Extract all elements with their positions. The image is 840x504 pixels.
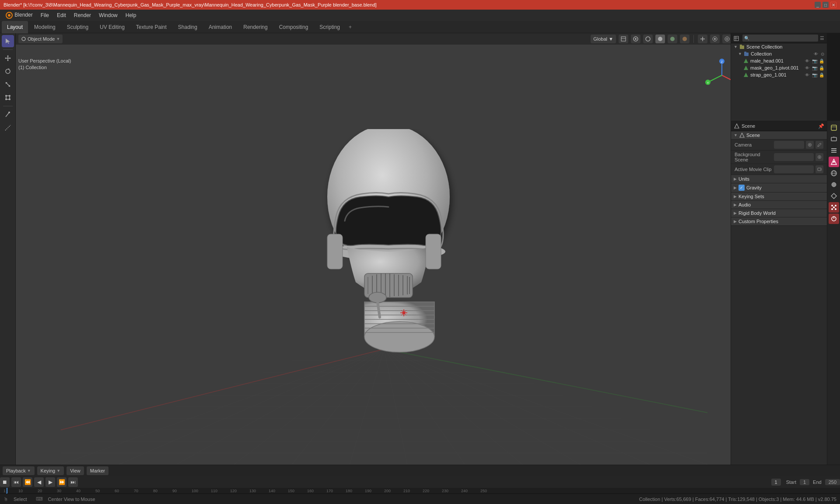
- svg-rect-128: [831, 148, 836, 149]
- tool-transform[interactable]: [2, 91, 14, 104]
- prop-view-layer-icon[interactable]: [829, 145, 839, 156]
- tool-measure[interactable]: [2, 122, 14, 134]
- viewport-shading-material[interactable]: [668, 35, 677, 43]
- outliner-scene-collection[interactable]: ▼ Scene Collection: [731, 43, 827, 50]
- mask-geo-visibility[interactable]: 👁: [805, 66, 809, 70]
- tool-move[interactable]: [2, 52, 14, 64]
- menu-blender[interactable]: Blender: [2, 10, 36, 20]
- strap-geo-icon1[interactable]: 📷: [812, 73, 817, 77]
- prop-physics-icon[interactable]: [829, 214, 839, 224]
- menu-help[interactable]: Help: [122, 11, 140, 19]
- outliner-filter-icon[interactable]: ☰: [820, 35, 824, 41]
- tab-scripting[interactable]: Scripting: [314, 21, 345, 33]
- camera-picker[interactable]: [806, 141, 814, 149]
- prop-modifier-icon[interactable]: [829, 191, 839, 201]
- mask-geo-icon1[interactable]: 📷: [812, 66, 817, 70]
- svg-marker-123: [744, 73, 748, 77]
- scene-props-pin[interactable]: 📌: [818, 123, 824, 129]
- rigid-body-world-section[interactable]: ▶ Rigid Body World: [731, 209, 827, 217]
- prop-particle-icon[interactable]: [829, 202, 839, 213]
- audio-section[interactable]: ▶ Audio: [731, 201, 827, 209]
- gravity-section[interactable]: ▶ ✓ Gravity: [731, 183, 827, 192]
- bg-scene-picker[interactable]: [816, 153, 823, 161]
- tl-stop[interactable]: ⏹: [0, 477, 10, 487]
- viewport-gizmo-toggle[interactable]: [698, 35, 707, 43]
- viewport-mode-select[interactable]: Object Mode ▼: [18, 35, 63, 43]
- male-head-icon2[interactable]: 🔒: [819, 59, 824, 63]
- viewport-icon-1[interactable]: [619, 35, 628, 43]
- tab-rendering[interactable]: Rendering: [238, 21, 273, 33]
- outliner-collection[interactable]: ▼ Collection 👁 ⊙: [731, 50, 827, 57]
- tl-btn-view[interactable]: View: [66, 466, 84, 475]
- end-value[interactable]: 250: [825, 479, 840, 485]
- viewport-shading-wireframe[interactable]: [643, 35, 653, 43]
- scene-area[interactable]: User Perspective (Local) (1) Collection: [16, 45, 752, 465]
- menu-file[interactable]: File: [37, 11, 52, 19]
- background-scene-value[interactable]: [774, 153, 823, 161]
- outliner-strap-geo[interactable]: strap_geo_1.001 👁 📷 🔒: [731, 71, 827, 78]
- prop-world-icon[interactable]: [829, 168, 839, 178]
- tool-scale[interactable]: [2, 78, 14, 91]
- outliner-search[interactable]: [742, 35, 818, 42]
- tab-layout[interactable]: Layout: [2, 21, 28, 33]
- prop-output-icon[interactable]: [829, 134, 839, 144]
- start-value[interactable]: 1: [800, 479, 809, 485]
- tool-annotate[interactable]: [2, 108, 14, 121]
- viewport-snap-toggle[interactable]: [710, 35, 720, 43]
- camera-edit[interactable]: [816, 141, 823, 149]
- collection-render-vis[interactable]: ⊙: [821, 52, 824, 56]
- maximize-button[interactable]: □: [822, 2, 829, 8]
- tl-play[interactable]: ▶: [46, 477, 55, 487]
- units-section[interactable]: ▶ Units: [731, 175, 827, 183]
- tab-sculpting[interactable]: Sculpting: [62, 21, 94, 33]
- tl-next-frame[interactable]: ⏩: [57, 477, 66, 487]
- keying-sets-section[interactable]: ▶ Keying Sets: [731, 192, 827, 201]
- window-controls[interactable]: _ □ ✕: [815, 2, 836, 8]
- tab-uv-editing[interactable]: UV Editing: [94, 21, 130, 33]
- male-head-visibility[interactable]: 👁: [805, 59, 809, 63]
- tool-select[interactable]: [2, 35, 14, 47]
- camera-value[interactable]: [774, 141, 823, 149]
- current-frame-display[interactable]: 1: [771, 479, 781, 486]
- prop-scene-icon[interactable]: [829, 157, 839, 167]
- strap-geo-icon2[interactable]: 🔒: [819, 73, 824, 77]
- tl-step-back[interactable]: ⏪: [23, 477, 32, 487]
- menu-window[interactable]: Window: [95, 11, 121, 19]
- tl-prev-frame[interactable]: ◀: [34, 477, 44, 487]
- gravity-checkbox[interactable]: ✓: [738, 185, 745, 191]
- tl-btn-playback[interactable]: Playback ▼: [3, 466, 35, 475]
- tab-texture-paint[interactable]: Texture Paint: [131, 21, 172, 33]
- tl-skip-start[interactable]: ⏮: [11, 477, 21, 487]
- scene-section-header[interactable]: ▼ Scene: [731, 131, 827, 140]
- collection-visibility[interactable]: 👁: [814, 52, 818, 56]
- tab-modeling[interactable]: Modeling: [29, 21, 61, 33]
- viewport-overlay-icon[interactable]: [631, 35, 640, 43]
- tab-animation[interactable]: Animation: [203, 21, 237, 33]
- active-movie-clip-value[interactable]: [774, 165, 823, 173]
- male-head-icon1[interactable]: 📷: [812, 59, 817, 63]
- menu-render[interactable]: Render: [70, 11, 94, 19]
- minimize-button[interactable]: _: [815, 2, 821, 8]
- outliner-male-head[interactable]: male_head.001 👁 📷 🔒: [731, 57, 827, 64]
- viewport-global-select[interactable]: Global ▼: [591, 35, 616, 43]
- add-workspace-button[interactable]: +: [346, 23, 354, 31]
- strap-geo-visibility[interactable]: 👁: [805, 73, 809, 77]
- close-button[interactable]: ✕: [830, 2, 836, 8]
- tl-btn-marker[interactable]: Marker: [87, 466, 108, 475]
- viewport-shading-render[interactable]: [680, 35, 690, 43]
- tab-compositing[interactable]: Compositing: [274, 21, 314, 33]
- tl-skip-end[interactable]: ⏭: [68, 477, 78, 487]
- tl-btn-keying[interactable]: Keying ▼: [37, 466, 64, 475]
- tool-rotate[interactable]: [2, 65, 14, 77]
- background-scene-row: Background Scene: [731, 150, 827, 164]
- svg-point-25: [646, 37, 650, 41]
- prop-object-icon[interactable]: [829, 179, 839, 190]
- mask-geo-icon2[interactable]: 🔒: [819, 66, 824, 70]
- menu-edit[interactable]: Edit: [53, 11, 70, 19]
- custom-properties-section[interactable]: ▶ Custom Properties: [731, 217, 827, 226]
- tab-shading[interactable]: Shading: [173, 21, 203, 33]
- prop-render-icon[interactable]: [829, 122, 839, 133]
- viewport-shading-solid[interactable]: [655, 35, 665, 43]
- outliner-mask-geo[interactable]: mask_geo_1.pivot.001 👁 📷 🔒: [731, 64, 827, 71]
- movie-clip-picker[interactable]: [816, 165, 823, 173]
